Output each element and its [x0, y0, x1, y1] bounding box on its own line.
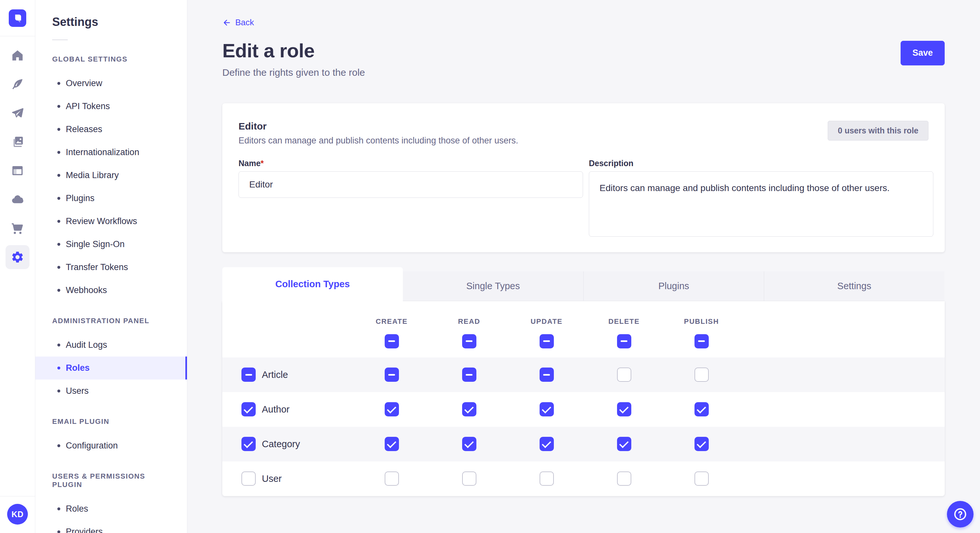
- sidebar-item-transfer-tokens[interactable]: Transfer Tokens: [35, 256, 187, 279]
- checkbox-article-read[interactable]: [462, 368, 476, 382]
- name-input[interactable]: [239, 171, 583, 198]
- checkbox-user-create[interactable]: [385, 471, 399, 486]
- page-subtitle: Define the rights given to the role: [222, 67, 365, 78]
- checkbox-article-delete[interactable]: [617, 368, 631, 382]
- gear-icon[interactable]: [5, 245, 30, 269]
- row-select-checkbox-author[interactable]: [242, 402, 256, 416]
- column-read: READ: [430, 317, 508, 348]
- sidebar-item-users[interactable]: Users: [35, 379, 187, 403]
- sidebar-item-internationalization[interactable]: Internationalization: [35, 141, 187, 164]
- column-select-checkbox-publish[interactable]: [695, 334, 709, 348]
- description-field-group: Description Editors can manage and publi…: [589, 159, 933, 238]
- sidebar-section-users-permissions-plugin: USERS & PERMISSIONS PLUGIN: [52, 472, 170, 489]
- checkbox-article-publish[interactable]: [695, 368, 709, 382]
- cart-icon[interactable]: [5, 216, 30, 240]
- page-header: Edit a role Define the rights given to t…: [222, 40, 945, 78]
- sidebar-item-single-sign-on[interactable]: Single Sign-On: [35, 233, 187, 256]
- column-title-read: READ: [458, 317, 480, 326]
- sidebar-section-email-plugin: EMAIL PLUGIN: [52, 417, 170, 426]
- checkbox-article-create[interactable]: [385, 368, 399, 382]
- tab-settings[interactable]: Settings: [764, 271, 944, 301]
- sidebar-item-configuration[interactable]: Configuration: [35, 434, 187, 457]
- page-title: Edit a role: [222, 40, 365, 62]
- nav-rail-icons: [5, 43, 30, 496]
- save-button[interactable]: Save: [900, 41, 945, 65]
- column-title-create: CREATE: [375, 317, 407, 326]
- users-with-role-badge[interactable]: 0 users with this role: [828, 121, 929, 141]
- role-details-card: Editor Editors can manage and publish co…: [222, 103, 945, 252]
- checkbox-user-publish[interactable]: [695, 471, 709, 486]
- row-label-user: User: [262, 473, 282, 484]
- sidebar-item-review-workflows[interactable]: Review Workflows: [35, 210, 187, 233]
- checkbox-user-delete[interactable]: [617, 471, 631, 486]
- sidebar-section-users-permissions-plugin-items: Roles Providers: [35, 497, 187, 533]
- permission-row-user: User: [222, 462, 945, 496]
- role-form-fields: Name* Description Editors can manage and…: [239, 159, 933, 238]
- sidebar-section-email-plugin-items: Configuration: [35, 434, 187, 457]
- column-select-checkbox-update[interactable]: [539, 334, 554, 348]
- help-button[interactable]: [947, 501, 974, 528]
- strapi-logo-icon: [12, 12, 23, 24]
- tab-plugins[interactable]: Plugins: [583, 271, 764, 301]
- column-select-checkbox-read[interactable]: [462, 334, 476, 348]
- checkbox-author-read[interactable]: [462, 402, 476, 416]
- sidebar-item-plugins[interactable]: Plugins: [35, 187, 187, 210]
- column-select-checkbox-create[interactable]: [385, 334, 399, 348]
- required-asterisk: *: [261, 159, 264, 168]
- checkbox-article-update[interactable]: [539, 368, 554, 382]
- name-field-group: Name*: [239, 159, 583, 238]
- row-select-checkbox-article[interactable]: [242, 368, 256, 382]
- checkbox-category-update[interactable]: [539, 437, 554, 451]
- sidebar-item-releases[interactable]: Releases: [35, 118, 187, 141]
- checkbox-author-update[interactable]: [539, 402, 554, 416]
- layout-icon[interactable]: [5, 159, 30, 182]
- description-textarea[interactable]: Editors can manage and publish contents …: [589, 171, 933, 237]
- app-root: KD Settings GLOBAL SETTINGS Overview API…: [0, 0, 980, 533]
- feather-icon[interactable]: [5, 72, 30, 96]
- nav-rail: KD: [0, 0, 35, 533]
- sidebar-item-media-library[interactable]: Media Library: [35, 164, 187, 187]
- role-description-text: Editors can manage and publish contents …: [239, 136, 518, 146]
- checkbox-author-delete[interactable]: [617, 402, 631, 416]
- role-name-heading: Editor: [239, 121, 518, 132]
- checkbox-category-delete[interactable]: [617, 437, 631, 451]
- sidebar-item-roles[interactable]: Roles: [35, 357, 187, 379]
- permission-row-article: Article: [222, 357, 945, 392]
- question-circle-icon: [953, 507, 968, 522]
- back-label: Back: [235, 17, 254, 27]
- checkbox-category-read[interactable]: [462, 437, 476, 451]
- checkbox-author-publish[interactable]: [695, 402, 709, 416]
- sidebar-item-api-tokens[interactable]: API Tokens: [35, 95, 187, 118]
- pictures-icon[interactable]: [5, 130, 30, 154]
- row-label-category: Category: [262, 439, 300, 449]
- sidebar-item-audit-logs[interactable]: Audit Logs: [35, 333, 187, 357]
- description-field-label: Description: [589, 159, 633, 168]
- sidebar-item-overview[interactable]: Overview: [35, 72, 187, 95]
- permissions-panel: CREATE READ UPDATE DELETE: [222, 301, 945, 496]
- tab-collection-types[interactable]: Collection Types: [222, 267, 403, 301]
- row-select-checkbox-user[interactable]: [242, 471, 256, 486]
- sidebar-title: Settings: [52, 15, 187, 29]
- back-link[interactable]: Back: [222, 17, 254, 27]
- checkbox-category-publish[interactable]: [695, 437, 709, 451]
- tab-single-types[interactable]: Single Types: [403, 271, 583, 301]
- paper-plane-icon[interactable]: [5, 101, 30, 125]
- sidebar-section-global-settings-items: Overview API Tokens Releases Internation…: [35, 72, 187, 302]
- row-label-author: Author: [262, 404, 290, 415]
- home-icon[interactable]: [5, 43, 30, 67]
- column-update: UPDATE: [508, 317, 585, 348]
- sidebar-item-up-providers[interactable]: Providers: [35, 520, 187, 533]
- sidebar-item-webhooks[interactable]: Webhooks: [35, 279, 187, 302]
- checkbox-user-update[interactable]: [539, 471, 554, 486]
- sidebar-section-administration-panel: ADMINISTRATION PANEL: [52, 317, 170, 325]
- row-select-checkbox-category[interactable]: [242, 437, 256, 451]
- avatar[interactable]: KD: [7, 504, 28, 525]
- strapi-logo[interactable]: [9, 10, 26, 27]
- checkbox-author-create[interactable]: [385, 402, 399, 416]
- cloud-icon[interactable]: [5, 187, 30, 211]
- name-field-label: Name*: [239, 159, 264, 168]
- checkbox-category-create[interactable]: [385, 437, 399, 451]
- sidebar-item-up-roles[interactable]: Roles: [35, 497, 187, 520]
- checkbox-user-read[interactable]: [462, 471, 476, 486]
- column-select-checkbox-delete[interactable]: [617, 334, 631, 348]
